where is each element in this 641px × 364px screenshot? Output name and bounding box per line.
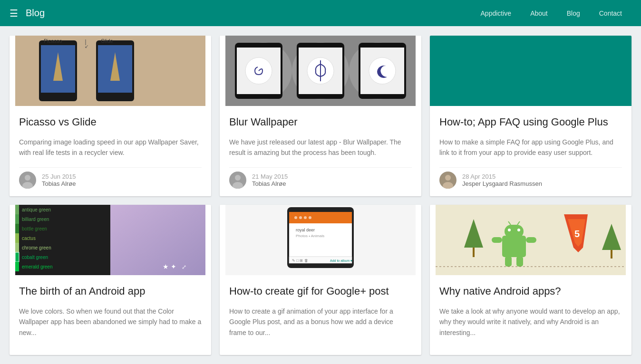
svg-text:cactus: cactus — [22, 236, 36, 241]
svg-rect-11 — [113, 74, 117, 81]
author-date: 21 May 2015 — [252, 173, 288, 180]
svg-point-17 — [25, 175, 30, 181]
svg-rect-51 — [15, 252, 19, 262]
card-title: How-to create gif for Google+ post — [229, 285, 412, 298]
svg-text:★ ✦: ★ ✦ — [163, 263, 176, 270]
card-image-colorwallpaper: antique green billiard green bottle gree… — [10, 205, 211, 275]
author-name: Tobias Alrøe — [252, 180, 288, 187]
svg-text:antique green: antique green — [22, 207, 51, 212]
card-author: 28 Apr 2015 Jesper Lysgaard Rasmussen — [439, 167, 622, 189]
avatar — [439, 172, 456, 189]
author-name: Jesper Lysgaard Rasmussen — [462, 180, 542, 187]
site-title: Blog — [26, 8, 471, 19]
card-body: How-to; App FAQ using Google Plus How to… — [430, 106, 631, 196]
svg-rect-41 — [15, 205, 19, 214]
nav-about[interactable]: About — [521, 0, 557, 26]
author-date: 28 Apr 2015 — [462, 173, 542, 180]
svg-rect-49 — [15, 243, 19, 252]
card-app-faq[interactable]: How-to; App FAQ using Google Plus How to… — [430, 36, 631, 196]
main-nav: Appdictive About Blog Contact — [471, 0, 631, 26]
card-body: Why native Android apps? We take a look … — [430, 275, 631, 355]
svg-rect-89 — [526, 237, 536, 243]
card-blur-wallpaper[interactable]: Blur Wallpaper We have just released our… — [220, 36, 421, 196]
svg-text:⤢: ⤢ — [182, 264, 186, 270]
svg-text:royal deer: royal deer — [296, 228, 315, 232]
nav-contact[interactable]: Contact — [590, 0, 631, 26]
card-native-android[interactable]: 5 Why native Android apps? We take a loo… — [430, 205, 631, 355]
svg-rect-7 — [56, 74, 60, 81]
card-image-teal — [430, 36, 631, 106]
card-image-gif: royal deer Photos • Animals Add Photos U… — [220, 205, 421, 275]
card-excerpt: We have just released our latest app - B… — [229, 137, 412, 158]
svg-rect-47 — [15, 233, 19, 243]
svg-point-85 — [517, 229, 520, 231]
svg-text:5: 5 — [574, 229, 580, 239]
card-excerpt: How to make a simple FAQ for app using G… — [439, 137, 622, 158]
svg-rect-82 — [502, 236, 526, 257]
svg-rect-53 — [15, 262, 19, 271]
nav-blog[interactable]: Blog — [557, 0, 590, 26]
svg-rect-43 — [15, 214, 19, 224]
author-info: 28 Apr 2015 Jesper Lysgaard Rasmussen — [462, 173, 542, 187]
nav-appdictive[interactable]: Appdictive — [471, 0, 521, 26]
main-content: Picasso Glide ↙ Picasso vs Glide Compari… — [0, 26, 641, 364]
svg-text:bottle green: bottle green — [22, 226, 47, 231]
card-author: 25 Jun 2015 Tobias Alrøe — [19, 167, 202, 189]
card-body: Picasso vs Glide Comparing image loading… — [10, 106, 211, 196]
svg-point-65 — [294, 216, 297, 219]
card-excerpt: Comparing image loading speed in our app… — [19, 137, 202, 158]
svg-rect-88 — [492, 237, 502, 243]
avatar — [229, 172, 246, 189]
card-author: 21 May 2015 Tobias Alrøe — [229, 167, 412, 189]
svg-rect-90 — [505, 256, 512, 267]
svg-point-68 — [309, 216, 311, 219]
card-excerpt: How to create a gif animation of your ap… — [229, 306, 412, 338]
card-body: How-to create gif for Google+ post How t… — [220, 275, 421, 355]
card-image-picasso: Picasso Glide ↙ — [10, 36, 211, 106]
card-gif-google[interactable]: royal deer Photos • Animals Add Photos U… — [220, 205, 421, 355]
svg-rect-64 — [289, 212, 352, 223]
card-image-blur — [220, 36, 421, 106]
card-excerpt: We love colors. So when we found out tha… — [19, 306, 202, 338]
card-title: Blur Wallpaper — [229, 115, 412, 129]
svg-text:Glide: Glide — [101, 38, 113, 44]
card-title: Picasso vs Glide — [19, 115, 202, 129]
blog-grid: Picasso Glide ↙ Picasso vs Glide Compari… — [10, 36, 631, 355]
card-excerpt: We take a look at why anyone would want … — [439, 306, 622, 338]
card-title: Why native Android apps? — [439, 285, 622, 298]
card-body: Blur Wallpaper We have just released our… — [220, 106, 421, 196]
svg-text:Add to album ▾: Add to album ▾ — [330, 259, 352, 262]
site-header: ☰ Blog Appdictive About Blog Contact — [0, 0, 641, 26]
card-picasso-vs-glide[interactable]: Picasso Glide ↙ Picasso vs Glide Compari… — [10, 36, 211, 196]
card-birth-android[interactable]: antique green billiard green bottle gree… — [10, 205, 211, 355]
card-image-native: 5 — [430, 205, 631, 275]
svg-text:↙: ↙ — [85, 44, 88, 49]
svg-text:billiard green: billiard green — [22, 217, 49, 222]
author-info: 25 Jun 2015 Tobias Alrøe — [42, 173, 76, 187]
avatar — [19, 172, 36, 189]
svg-rect-98 — [611, 250, 612, 259]
svg-rect-91 — [516, 256, 523, 267]
svg-point-67 — [304, 216, 307, 219]
svg-point-32 — [369, 57, 396, 84]
card-title: How-to; App FAQ using Google Plus — [439, 115, 622, 129]
svg-point-66 — [299, 216, 302, 219]
author-date: 25 Jun 2015 — [42, 173, 76, 180]
svg-rect-45 — [15, 224, 19, 233]
svg-text:✎ □ ⊞ 🗑: ✎ □ ⊞ 🗑 — [292, 259, 308, 263]
card-title: The birth of an Android app — [19, 285, 202, 298]
menu-icon[interactable]: ☰ — [10, 8, 18, 19]
svg-rect-96 — [473, 248, 475, 257]
author-info: 21 May 2015 Tobias Alrøe — [252, 173, 288, 187]
svg-text:emerald green: emerald green — [22, 264, 52, 269]
svg-text:Photos • Animals: Photos • Animals — [296, 234, 324, 238]
svg-text:Picasso: Picasso — [44, 38, 62, 44]
author-name: Tobias Alrøe — [42, 180, 76, 187]
card-body: The birth of an Android app We love colo… — [10, 275, 211, 355]
svg-point-84 — [508, 229, 511, 231]
svg-rect-83 — [505, 225, 524, 238]
svg-text:chrome green: chrome green — [22, 245, 51, 250]
svg-point-34 — [235, 175, 241, 181]
svg-text:cobalt green: cobalt green — [22, 255, 48, 260]
svg-point-37 — [445, 175, 451, 181]
